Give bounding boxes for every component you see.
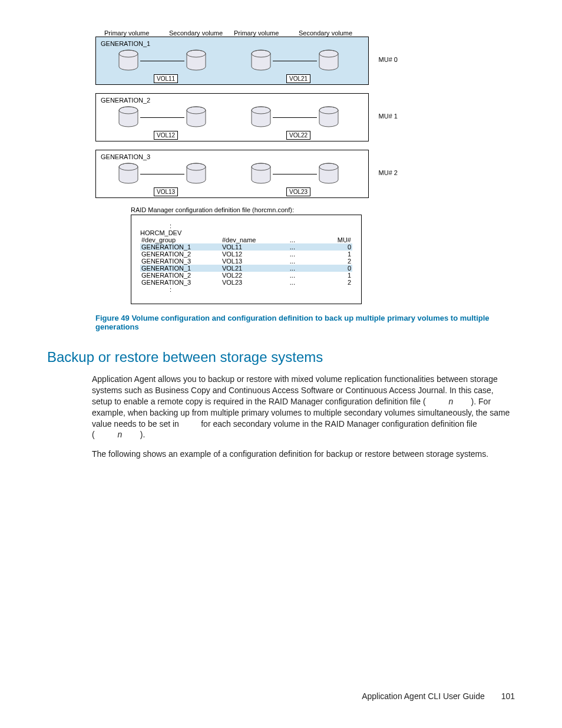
config-row: GENERATION_3VOL23...2 — [140, 279, 352, 286]
connector-line — [140, 174, 184, 174]
generation-title: GENERATION_3 — [101, 153, 150, 160]
mu-label: MU# 1 — [379, 113, 398, 120]
config-row: GENERATION_2VOL12...1 — [140, 251, 352, 258]
volume-label: VOL21 — [286, 74, 310, 83]
config-row: GENERATION_1VOL21...0 — [140, 265, 352, 272]
cylinder-icon — [249, 106, 273, 129]
mu-label: MU# 2 — [379, 169, 398, 176]
config-row: GENERATION_3VOL13...2 — [140, 258, 352, 265]
config-column-header: #dev_group #dev_name ... MU# — [140, 236, 352, 243]
header-primary-1: Primary volume — [104, 29, 169, 37]
cylinder-icon — [184, 49, 208, 73]
generation-title: GENERATION_2 — [101, 97, 150, 104]
cylinder-icon — [184, 162, 208, 186]
paragraph-1: Application Agent allows you to backup o… — [92, 374, 515, 440]
cylinder-icon — [317, 162, 340, 186]
volume-label: VOL22 — [286, 131, 310, 140]
volume-label: VOL23 — [286, 187, 310, 196]
cylinder-icon — [317, 49, 340, 73]
mu-label: MU# 0 — [379, 56, 398, 63]
config-row: GENERATION_2VOL22...1 — [140, 272, 352, 279]
cylinder-icon — [117, 49, 140, 73]
cylinder-icon — [317, 106, 340, 129]
config-definition-box: : HORCM_DEV #dev_group #dev_name ... MU#… — [131, 215, 362, 304]
footer-title: Application Agent CLI User Guide — [362, 691, 485, 701]
generation-row: GENERATION_3VOL13VOL23MU# 2 — [95, 150, 369, 198]
connector-line — [140, 61, 184, 61]
diagram-column-headers: Primary volume Secondary volume Primary … — [95, 29, 397, 37]
connector-line — [140, 117, 184, 118]
cylinder-icon — [117, 106, 140, 129]
page-footer: Application Agent CLI User Guide 101 — [362, 691, 515, 701]
generation-row: GENERATION_1VOL11VOL21MU# 0 — [95, 37, 369, 85]
page-number: 101 — [501, 691, 515, 701]
header-secondary-2: Secondary volume — [299, 29, 363, 37]
config-file-caption: RAID Manager configuration definition fi… — [131, 206, 497, 213]
connector-line — [273, 174, 317, 174]
cylinder-icon — [249, 49, 273, 73]
paragraph-2: The following shows an example of a conf… — [92, 449, 515, 460]
connector-line — [273, 61, 317, 61]
volume-label: VOL13 — [154, 187, 178, 196]
figure-caption: Figure 49 Volume configuration and confi… — [95, 314, 497, 331]
cylinder-icon — [117, 162, 140, 186]
volume-label: VOL11 — [154, 74, 178, 83]
cylinder-icon — [184, 106, 208, 129]
generation-row: GENERATION_2VOL12VOL22MU# 1 — [95, 93, 369, 141]
section-heading: Backup or restore between storage system… — [47, 349, 515, 365]
volume-label: VOL12 — [154, 131, 178, 140]
generation-title: GENERATION_1 — [101, 40, 150, 47]
header-primary-2: Primary volume — [234, 29, 299, 37]
config-row: GENERATION_1VOL11...0 — [140, 243, 352, 251]
config-horcm-dev: HORCM_DEV — [140, 229, 352, 236]
connector-line — [273, 117, 317, 118]
cylinder-icon — [249, 162, 273, 186]
header-secondary-1: Secondary volume — [169, 29, 234, 37]
